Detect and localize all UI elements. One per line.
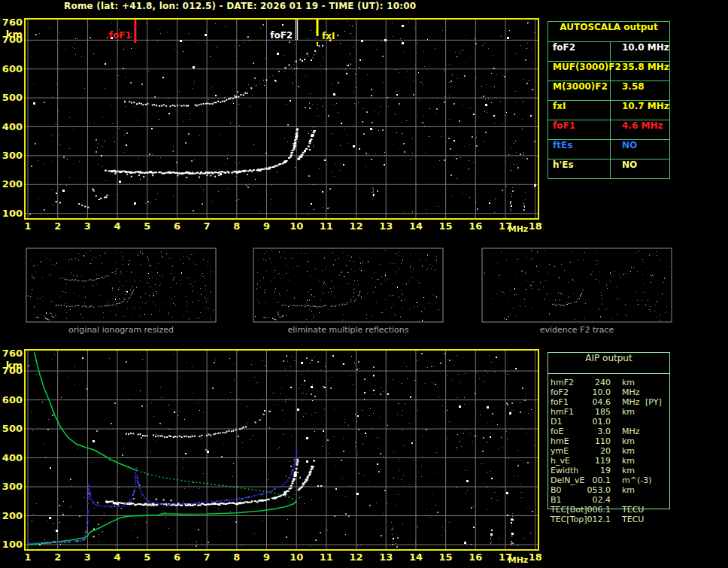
station-title: Rome (lat: +41.8, lon: 012.5) - DATE: 20… [64,1,416,11]
aip-param-unit: MHz [622,427,640,436]
y-axis-unit-label: km [6,29,23,40]
aip-param-unit: km [622,466,635,475]
noise-speckle [28,353,535,548]
autoscala-table-header: AUTOSCALA output [548,22,669,42]
parameter-label: M(3000)F2 [548,81,611,100]
y-tick-label: 100 [2,539,23,550]
x-tick-label: 2 [54,220,61,232]
thumbnail-caption-eliminate: eliminate multiple reflections [253,325,443,335]
parameter-value: 4.6 MHz [611,120,663,139]
aip-row-TECBot: TEC[Bot]006.1TECU [551,505,671,515]
parameter-value: 10.7 MHz [611,101,669,120]
aip-param-label: ymE [551,446,569,456]
f-bits [156,499,172,502]
aip-row-hmF2: hmF2240km [551,378,671,387]
x-axis-unit-label: MHz [508,224,529,234]
aip-param-unit: km [622,485,635,495]
marker-label: foF2 [270,30,293,41]
x-tick-label: 2 [54,551,61,563]
x-tick-label: 7 [204,220,211,232]
aip-param-value: 053.0 [572,485,611,495]
x-tick-label: 16 [469,551,482,563]
x-tick-label: 9 [263,220,270,232]
x-tick-label: 15 [439,551,453,563]
aip-param-unit: MHz [622,397,640,407]
x-tick-label: 10 [290,220,303,232]
aip-param-label: B1 [551,495,562,505]
aip-param-value: 04.6 [572,397,611,407]
x-tick-label: 4 [114,220,121,232]
aip-param-label: B0 [551,485,562,495]
aip-param-unit: m^(-3) [622,475,651,485]
x-tick-label: 12 [350,220,363,232]
x-axis-unit-label: MHz [508,555,529,565]
profile-bottomside [28,502,296,545]
aip-param-unit: TECU [622,505,644,515]
thumbnail-2 [253,248,443,322]
marker-foF1: .foF1 [105,20,136,43]
aip-row-B0: B0053.0km [551,485,671,495]
thumbnail-caption-original: original ionogram resized [26,325,216,335]
second-order-trace [126,426,247,438]
x-tick-label: 1 [24,551,31,563]
aip-param-unit: TECU [622,515,644,524]
aip-param-value: 119 [572,456,611,466]
y-tick-label: 300 [2,481,23,492]
aip-param-label: hmF1 [551,407,574,417]
f-trace-extraordinary [298,460,315,491]
y-axis-unit-label: km [6,360,23,371]
x-tick-label: 8 [233,551,240,563]
x-tick-label: 8 [233,220,240,232]
aip-param-value: 00.1 [572,475,611,485]
profile-topside-solid [35,353,137,471]
autoscala-row-fxI: fxI10.7 MHz [548,101,669,120]
autoscala-table-rows: foF210.0 MHzMUF(3000)F235.8 MHzM(3000)F2… [548,42,669,178]
aip-param-value: 01.0 [572,417,611,427]
noise-speckle [29,21,536,215]
second-order-sparse [255,411,271,424]
aip-param-unit: km [622,378,635,387]
y-tick-label: 760 [2,17,23,28]
parameter-label: MUF(3000)F2 [548,62,611,80]
plot-border [25,350,538,550]
parameter-value: 35.8 MHz [611,62,669,80]
y-tick-label: 200 [2,178,23,190]
profile-inversion-plot: 123456789101112131415161718MHz7607006005… [2,348,542,565]
aip-param-unit: km [622,436,635,446]
aip-param-value: 20 [572,446,611,456]
x-tick-label: 4 [114,551,121,563]
aip-param-value: 012.1 [572,515,611,524]
autoscala-row-M3000F2: M(3000)F23.58 [548,81,669,101]
aip-param-value: 240 [572,378,611,387]
e-region-hook [92,188,108,200]
aip-param-value: 02.4 [572,495,611,505]
aip-param-unit: km [622,446,635,456]
x-tick-label: 9 [263,551,270,563]
x-tick-label: 7 [204,551,211,563]
aip-row-foF1: foF104.6MHz[PY] [551,397,671,407]
aip-row-foE: foE3.0MHz [551,427,671,436]
autoscala-output-table: AUTOSCALA output foF210.0 MHzMUF(3000)F2… [548,21,670,179]
autoscala-row-foF1: foF14.6 MHz [548,120,669,140]
aip-param-label: foF1 [551,397,569,407]
scaled-ionogram-plot: .foF1foF2fxI123456789101112131415161718M… [2,17,542,234]
x-tick-label: 13 [379,220,393,232]
autoscala-row-foF2: foF210.0 MHz [548,42,669,62]
y-tick-label: 600 [2,63,23,74]
aip-param-extra: [PY] [645,397,662,407]
parameter-value: 10.0 MHz [611,42,669,61]
y-tick-label: 200 [2,510,23,521]
y-tick-label: 500 [2,92,23,103]
x-tick-label: 11 [320,220,333,232]
aip-param-value: 110 [572,436,611,446]
thumbnail-3 [482,248,672,322]
aip-param-unit: km [622,456,635,466]
x-tick-label: 5 [144,551,150,563]
autoscala-row-ftEs: ftEsNO [548,140,669,159]
aip-param-value: 3.0 [572,427,611,436]
aip-output-rows: hmF2240kmfoF210.0MHzfoF104.6MHz[PY]hmF11… [551,378,671,524]
x-tick-label: 10 [290,551,303,563]
y-tick-label: 600 [2,394,23,405]
aip-param-label: foE [551,427,564,436]
x-tick-label: 16 [469,220,482,232]
